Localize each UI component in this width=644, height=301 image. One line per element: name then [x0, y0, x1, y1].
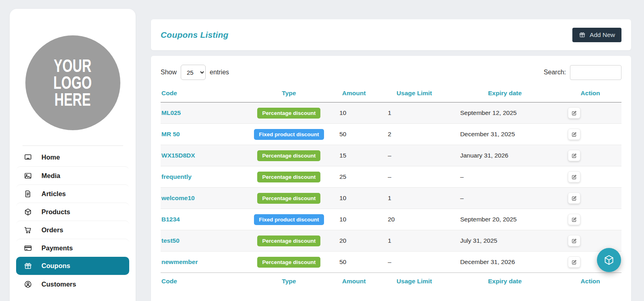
sidebar-item-customers[interactable]: Customers — [16, 275, 129, 293]
page-size-group: Show 25 entries — [161, 65, 229, 80]
coupon-type-badge: Percentage discount — [257, 172, 320, 182]
show-label: Show — [161, 69, 177, 76]
coupon-amount: 10 — [330, 188, 378, 209]
add-new-label: Add New — [590, 31, 615, 39]
sidebar-item-orders[interactable]: Orders — [16, 221, 129, 239]
edit-icon — [571, 217, 577, 223]
column-header-amount[interactable]: Amount — [330, 85, 378, 102]
edit-icon — [571, 195, 577, 201]
sidebar-item-label: Home — [41, 154, 60, 161]
sidebar-item-label: Payments — [41, 244, 73, 252]
edit-icon — [571, 131, 577, 137]
gift-icon — [579, 31, 586, 38]
orders-icon — [24, 226, 32, 234]
sidebar-nav: HomeMediaArticlesProductsOrdersPaymentsC… — [10, 148, 136, 293]
edit-coupon-button[interactable] — [568, 107, 580, 119]
edit-icon — [571, 153, 577, 159]
edit-icon — [571, 110, 577, 116]
products-icon — [24, 208, 32, 216]
coupon-type-badge: Percentage discount — [257, 257, 320, 268]
coupon-expiry-date: July 31, 2025 — [450, 230, 559, 252]
coupons-icon — [24, 262, 32, 270]
coupon-amount: 50 — [330, 252, 378, 273]
payments-icon — [24, 244, 32, 252]
coupon-code-link[interactable]: MR 50 — [161, 131, 180, 137]
column-header-action[interactable]: Action — [559, 273, 621, 291]
sidebar-item-products[interactable]: Products — [16, 203, 129, 221]
search-label: Search: — [544, 69, 566, 76]
coupon-expiry-date: – — [450, 166, 559, 188]
coupon-amount: 25 — [330, 166, 378, 188]
table-controls: Show 25 entries Search: — [161, 65, 621, 80]
sidebar: YOUR LOGO HERE HomeMediaArticlesProducts… — [10, 9, 136, 301]
add-new-button[interactable]: Add New — [572, 28, 621, 42]
coupon-amount: 50 — [330, 124, 378, 145]
column-header-usage[interactable]: Usage Limit — [378, 85, 450, 102]
sidebar-item-label: Orders — [41, 226, 63, 234]
edit-coupon-button[interactable] — [568, 214, 580, 225]
coupon-code-link[interactable]: WX15D8DX — [161, 152, 195, 159]
coupons-table: CodeTypeAmountUsage LimitExpiry dateActi… — [161, 85, 621, 290]
edit-icon — [571, 238, 577, 244]
sidebar-item-payments[interactable]: Payments — [16, 239, 129, 257]
edit-coupon-button[interactable] — [568, 150, 580, 161]
table-row: WX15D8DXPercentage discount15–January 31… — [161, 145, 621, 166]
column-header-expiry[interactable]: Expiry date — [450, 85, 559, 102]
search-group: Search: — [544, 65, 621, 80]
edit-coupon-button[interactable] — [568, 129, 580, 140]
fab-button[interactable] — [597, 248, 621, 272]
column-header-usage[interactable]: Usage Limit — [378, 273, 450, 291]
sidebar-item-media[interactable]: Media — [16, 166, 129, 184]
coupon-usage-limit: 1 — [378, 230, 450, 252]
coupon-usage-limit: 2 — [378, 124, 450, 145]
table-row: newmemberPercentage discount50–December … — [161, 252, 621, 273]
sidebar-item-coupons[interactable]: Coupons — [16, 257, 129, 275]
page-title: Coupons Listing — [161, 30, 229, 40]
coupon-expiry-date: December 31, 2026 — [450, 252, 559, 273]
sidebar-item-label: Products — [41, 208, 70, 216]
table-card: Show 25 entries Search: CodeTypeAmountUs… — [151, 56, 631, 301]
column-header-code[interactable]: Code — [161, 85, 248, 102]
sidebar-item-articles[interactable]: Articles — [16, 184, 129, 203]
coupon-code-link[interactable]: test50 — [161, 237, 180, 244]
sidebar-divider — [23, 145, 123, 146]
edit-coupon-button[interactable] — [568, 192, 580, 204]
edit-coupon-button[interactable] — [568, 171, 580, 182]
table-row: MR 50Fixed product discount502December 3… — [161, 124, 621, 145]
coupon-code-link[interactable]: ML025 — [161, 109, 181, 116]
edit-icon — [571, 174, 577, 180]
table-row: frequentlyPercentage discount25–– — [161, 166, 621, 188]
sidebar-item-home[interactable]: Home — [16, 148, 129, 166]
customers-icon — [24, 280, 32, 289]
logo-text: YOUR LOGO HERE — [54, 57, 92, 109]
edit-coupon-button[interactable] — [568, 256, 580, 268]
column-header-code[interactable]: Code — [161, 273, 248, 291]
table-row: welcome10Percentage discount101– — [161, 188, 621, 209]
coupon-amount: 20 — [330, 230, 378, 252]
column-header-type[interactable]: Type — [248, 85, 330, 102]
search-input[interactable] — [570, 65, 621, 80]
coupon-code-link[interactable]: B1234 — [161, 216, 180, 223]
coupon-amount: 15 — [330, 145, 378, 166]
coupon-type-badge: Percentage discount — [257, 235, 320, 246]
coupon-type-badge: Fixed product discount — [254, 214, 324, 225]
coupon-usage-limit: 1 — [378, 102, 450, 124]
cube-icon — [603, 254, 615, 266]
coupon-type-badge: Fixed product discount — [254, 129, 324, 140]
edit-coupon-button[interactable] — [568, 235, 580, 246]
articles-icon — [24, 190, 32, 198]
page-size-select[interactable]: 25 — [181, 65, 206, 80]
column-header-type[interactable]: Type — [248, 273, 330, 291]
entries-label: entries — [210, 69, 229, 76]
home-icon — [24, 153, 32, 162]
column-header-expiry[interactable]: Expiry date — [450, 273, 559, 291]
coupon-expiry-date: January 31, 2026 — [450, 145, 559, 166]
table-row: B1234Fixed product discount1020September… — [161, 209, 621, 230]
coupon-usage-limit: 20 — [378, 209, 450, 230]
coupon-code-link[interactable]: welcome10 — [161, 195, 195, 201]
column-header-action[interactable]: Action — [559, 85, 621, 102]
column-header-amount[interactable]: Amount — [330, 273, 378, 291]
coupon-code-link[interactable]: newmember — [161, 258, 198, 265]
title-card: Coupons Listing Add New — [151, 19, 631, 50]
coupon-code-link[interactable]: frequently — [161, 173, 192, 180]
